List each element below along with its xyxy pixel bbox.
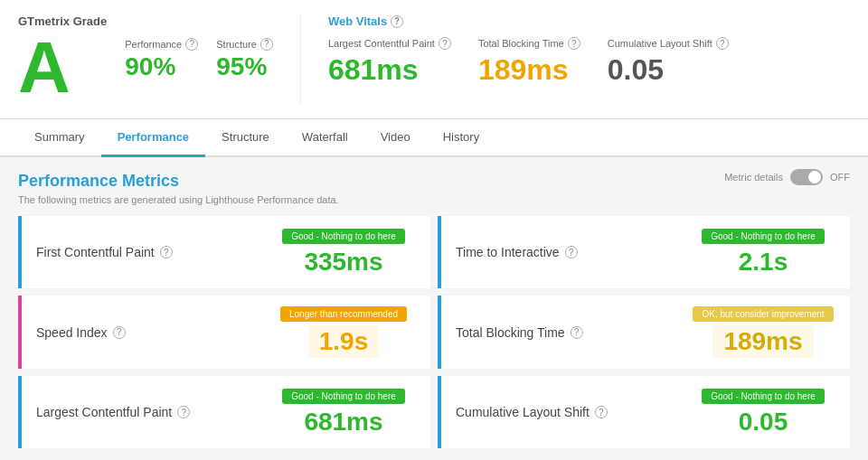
metric-badge-container: Longer than recommended 1.9s [271, 306, 416, 358]
structure-metric: Structure ? 95% [216, 38, 273, 81]
metric-row-label: Total Blocking Time ? [456, 325, 583, 340]
metric-badge-container: Good - Nothing to do here 0.05 [691, 389, 835, 437]
metric-badge-container: Good - Nothing to do here 681ms [271, 389, 416, 437]
tab-waterfall[interactable]: Waterfall [286, 119, 364, 157]
metric-badge: Good - Nothing to do here [702, 389, 825, 404]
tab-structure[interactable]: Structure [205, 119, 286, 157]
metric-badge: Good - Nothing to do here [282, 389, 405, 404]
toggle-state-label: OFF [830, 172, 850, 183]
gtmetrix-grade-box: GTmetrix Grade A Performance ? 90% Struc… [18, 14, 301, 104]
grade-section: GTmetrix Grade A [18, 14, 107, 104]
metric-help-icon[interactable]: ? [160, 246, 173, 258]
web-vitals-help-icon[interactable]: ? [391, 15, 403, 28]
performance-metric: Performance ? 90% [125, 38, 198, 81]
metric-help-icon[interactable]: ? [595, 406, 608, 418]
grade-metrics: Performance ? 90% Structure ? 95% [125, 38, 273, 81]
cls-label: Cumulative Layout Shift ? [608, 37, 729, 50]
metric-details-label: Metric details [724, 172, 783, 183]
metric-value: 1.9s [308, 325, 380, 358]
toggle-knob [808, 171, 821, 183]
performance-help-icon[interactable]: ? [185, 38, 198, 51]
top-section: GTmetrix Grade A Performance ? 90% Struc… [0, 0, 868, 119]
cls-value: 0.05 [608, 53, 729, 87]
cls-item: Cumulative Layout Shift ? 0.05 [608, 37, 729, 87]
metric-details-toggle[interactable]: Metric details OFF [724, 169, 850, 185]
metric-row-label: Cumulative Layout Shift ? [456, 405, 608, 419]
gtmetrix-title: GTmetrix Grade [18, 14, 107, 28]
metric-row-label: Largest Contentful Paint ? [36, 405, 190, 419]
structure-label: Structure ? [216, 38, 273, 51]
web-vitals-title: Web Vitals ? [328, 14, 850, 28]
metric-help-icon[interactable]: ? [113, 326, 126, 339]
metric-row-label: First Contentful Paint ? [36, 245, 173, 259]
metric-badge-container: Good - Nothing to do here 335ms [271, 229, 416, 277]
metric-row: Cumulative Layout Shift ? Good - Nothing… [438, 376, 850, 448]
performance-label: Performance ? [125, 38, 198, 51]
metric-badge-container: Good - Nothing to do here 2.1s [691, 229, 835, 277]
metric-value: 189ms [712, 325, 813, 358]
metric-row: Total Blocking Time ? OK, but consider i… [438, 296, 850, 369]
metric-value: 2.1s [739, 248, 788, 277]
main-content: Performance Metrics Metric details OFF T… [0, 157, 868, 460]
structure-value: 95% [216, 52, 273, 81]
metric-row: Largest Contentful Paint ? Good - Nothin… [18, 376, 430, 448]
lcp-label: Largest Contentful Paint ? [328, 37, 451, 50]
lcp-help-icon[interactable]: ? [439, 37, 451, 50]
structure-help-icon[interactable]: ? [260, 38, 273, 51]
tbt-help-icon[interactable]: ? [568, 37, 580, 50]
performance-subtitle: The following metrics are generated usin… [18, 194, 850, 205]
tbt-item: Total Blocking Time ? 189ms [478, 37, 580, 87]
metric-row: Time to Interactive ? Good - Nothing to … [438, 216, 850, 288]
metric-badge-container: OK, but consider improvement 189ms [691, 306, 835, 358]
metric-value: 0.05 [739, 408, 788, 437]
metric-row: First Contentful Paint ? Good - Nothing … [18, 216, 430, 288]
performance-value: 90% [125, 52, 198, 81]
tabs-bar: Summary Performance Structure Waterfall … [0, 119, 868, 157]
lcp-value: 681ms [328, 53, 451, 87]
metric-help-icon[interactable]: ? [177, 406, 190, 418]
tbt-value: 189ms [478, 53, 580, 87]
metric-badge: OK, but consider improvement [693, 306, 833, 322]
tab-performance[interactable]: Performance [101, 119, 205, 157]
toggle-switch[interactable] [790, 169, 823, 185]
tab-video[interactable]: Video [364, 119, 427, 157]
tbt-label: Total Blocking Time ? [478, 37, 580, 50]
lcp-item: Largest Contentful Paint ? 681ms [328, 37, 451, 87]
metric-badge: Good - Nothing to do here [702, 229, 825, 244]
metric-help-icon[interactable]: ? [565, 246, 578, 258]
metric-row: Speed Index ? Longer than recommended 1.… [18, 296, 430, 369]
metric-help-icon[interactable]: ? [571, 326, 583, 339]
tab-summary[interactable]: Summary [18, 119, 101, 157]
metrics-grid: First Contentful Paint ? Good - Nothing … [18, 216, 850, 448]
metric-value: 335ms [304, 248, 382, 277]
metric-row-label: Speed Index ? [36, 325, 126, 340]
metric-value: 681ms [304, 408, 382, 437]
cls-help-icon[interactable]: ? [716, 37, 729, 50]
metric-badge: Good - Nothing to do here [282, 229, 405, 244]
metric-badge: Longer than recommended [280, 306, 407, 322]
metric-row-label: Time to Interactive ? [456, 245, 578, 259]
grade-letter: A [18, 32, 107, 104]
web-vitals-metrics: Largest Contentful Paint ? 681ms Total B… [328, 37, 850, 87]
tab-history[interactable]: History [427, 119, 495, 157]
performance-header: Performance Metrics Metric details OFF T… [18, 172, 850, 216]
web-vitals-box: Web Vitals ? Largest Contentful Paint ? … [328, 14, 850, 104]
